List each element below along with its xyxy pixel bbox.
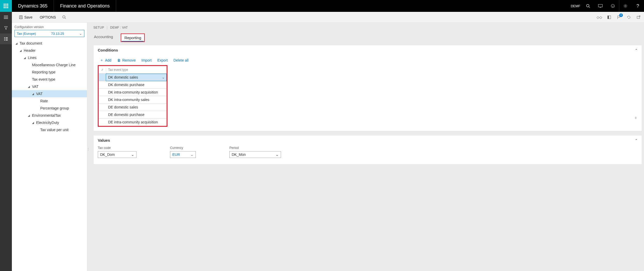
- trash-icon: 🗑: [117, 58, 121, 62]
- search-button[interactable]: [582, 0, 594, 12]
- grid-row[interactable]: DE domestic sales: [99, 104, 167, 111]
- settings-button[interactable]: [619, 0, 632, 12]
- save-button[interactable]: Save: [15, 12, 36, 22]
- lines-icon: [4, 37, 8, 40]
- grid-row[interactable]: DK intra-community sales: [99, 96, 167, 104]
- notification-badge: 0: [619, 13, 623, 17]
- refresh-icon: [627, 15, 631, 19]
- tree-node-tax-value-unit[interactable]: Tax value per unit: [12, 126, 87, 133]
- delete-all-button[interactable]: Delete all: [173, 58, 188, 62]
- field-currency: Currency EUR ⌄: [170, 146, 196, 158]
- breadcrumb-sep: |: [107, 26, 108, 29]
- svg-line-24: [626, 5, 627, 5]
- help-button[interactable]: ?: [632, 0, 644, 12]
- svg-rect-3: [4, 5, 5, 7]
- messages-button[interactable]: [594, 0, 607, 12]
- svg-rect-11: [598, 4, 602, 7]
- remove-button[interactable]: 🗑Remove: [117, 58, 136, 62]
- tree-node-rate[interactable]: Rate: [12, 97, 87, 105]
- tax-code-label: Tax code: [98, 146, 136, 150]
- splitter-handle[interactable]: ⋮: [87, 147, 89, 151]
- svg-rect-30: [20, 18, 22, 19]
- chevron-down-icon: ⌄: [131, 153, 134, 157]
- attach-button[interactable]: ◇◇: [597, 14, 602, 20]
- grid-row[interactable]: DK domestic sales⌄: [99, 74, 167, 81]
- svg-rect-29: [20, 16, 22, 17]
- tree-node-misc-charge[interactable]: Miscellaneous Charge Line: [12, 61, 87, 69]
- tree-node-elec-duty[interactable]: ◢ElectricityDuty: [12, 119, 87, 126]
- grid-row[interactable]: DE domestic purchase: [99, 111, 167, 118]
- tree-node-vat-child[interactable]: ◢VAT: [12, 90, 87, 97]
- grid-row[interactable]: DE intra-community acquisition: [99, 118, 167, 126]
- grid-cell: DK domestic purchase: [106, 83, 166, 87]
- svg-point-31: [63, 16, 65, 18]
- tab-reporting[interactable]: Reporting: [122, 35, 144, 41]
- tree-node-pct-group[interactable]: Percentage group: [12, 105, 87, 112]
- column-tax-event-type[interactable]: Tax event type: [106, 68, 166, 72]
- tree-node-tax-event-type[interactable]: Tax event type: [12, 76, 87, 83]
- chevron-down-icon: ⌄: [276, 153, 279, 157]
- conditions-title: Conditions: [98, 48, 118, 52]
- conditions-header[interactable]: Conditions ⌃: [94, 45, 642, 55]
- svg-rect-6: [4, 7, 5, 9]
- currency-combo[interactable]: EUR ⌄: [170, 151, 196, 158]
- company-label[interactable]: DEMF: [571, 4, 582, 8]
- svg-rect-8: [7, 7, 9, 9]
- values-header[interactable]: Values ⌃: [94, 136, 642, 145]
- filter-icon: [4, 26, 8, 30]
- field-period: Period DK_Mon ⌄: [229, 146, 281, 158]
- rail-lines[interactable]: [0, 33, 12, 44]
- tree-node-lines[interactable]: ◢Lines: [12, 54, 87, 61]
- config-version-label: Configuration version: [12, 25, 87, 30]
- config-version: 73.13.25: [51, 32, 64, 36]
- currency-label: Currency: [170, 146, 196, 150]
- chevron-down-icon[interactable]: ⌄: [162, 75, 165, 79]
- add-button[interactable]: ＋Add: [100, 58, 111, 63]
- app-launcher-button[interactable]: [0, 0, 12, 12]
- left-rail: [0, 23, 12, 271]
- options-button[interactable]: OPTIONS: [36, 12, 60, 22]
- grid-cell: DE intra-community acquisition: [106, 120, 166, 124]
- tab-accounting[interactable]: Accounting: [93, 33, 114, 42]
- grid-row[interactable]: DK intra-community acquisition: [99, 89, 167, 96]
- tax-code-combo[interactable]: DK_Dom ⌄: [98, 151, 136, 158]
- config-version-combo[interactable]: Tax (Europe) 73.13.25 ⌄: [14, 30, 84, 37]
- brand-label[interactable]: Dynamics 365: [12, 0, 54, 12]
- svg-line-23: [624, 7, 625, 7]
- period-combo[interactable]: DK_Mon ⌄: [229, 151, 281, 158]
- grid-row[interactable]: DK domestic purchase: [99, 81, 167, 89]
- notifications-button[interactable]: 0: [616, 14, 622, 20]
- save-label: Save: [24, 15, 33, 19]
- tree-node-reporting-type[interactable]: Reporting type: [12, 69, 87, 76]
- office-icon: [607, 15, 611, 19]
- main-area: ⋮ SETUP | DEMF : VAT Accounting Reportin…: [87, 23, 644, 271]
- office-button[interactable]: [606, 14, 612, 20]
- tree-node-header[interactable]: ◢Header: [12, 47, 87, 54]
- export-button[interactable]: Export: [157, 58, 168, 62]
- svg-line-10: [589, 7, 590, 8]
- feedback-button[interactable]: [607, 0, 619, 12]
- tree-node-tax-document[interactable]: ◢Tax document: [12, 40, 87, 47]
- monitor-icon: [598, 4, 603, 8]
- tree-node-env-tax[interactable]: ◢EnvironmentalTax: [12, 112, 87, 119]
- tab-reporting-highlight: Reporting: [121, 33, 145, 42]
- values-panel: Values ⌃ Tax code DK_Dom ⌄ Curre: [93, 135, 642, 164]
- scrollbar[interactable]: [635, 117, 637, 119]
- refresh-button[interactable]: [626, 14, 632, 20]
- page-search-button[interactable]: [60, 12, 69, 22]
- navpane-toggle[interactable]: [0, 12, 12, 23]
- tree-node-vat[interactable]: ◢VAT: [12, 83, 87, 90]
- popout-button[interactable]: [636, 14, 641, 20]
- svg-point-9: [586, 4, 589, 7]
- conditions-grid-callout: ✓ Tax event type DK domestic sales⌄ DK d…: [98, 65, 167, 127]
- chevron-down-icon: ⌄: [190, 153, 194, 157]
- save-icon: [19, 15, 23, 19]
- select-all-column[interactable]: ✓: [99, 68, 106, 72]
- plus-icon: ＋: [100, 58, 103, 63]
- rail-filter[interactable]: [0, 23, 12, 33]
- svg-rect-4: [5, 5, 7, 7]
- hamburger-icon: [4, 16, 8, 19]
- period-label: Period: [229, 146, 281, 150]
- import-button[interactable]: Import: [141, 58, 152, 62]
- module-label[interactable]: Finance and Operations: [54, 0, 116, 12]
